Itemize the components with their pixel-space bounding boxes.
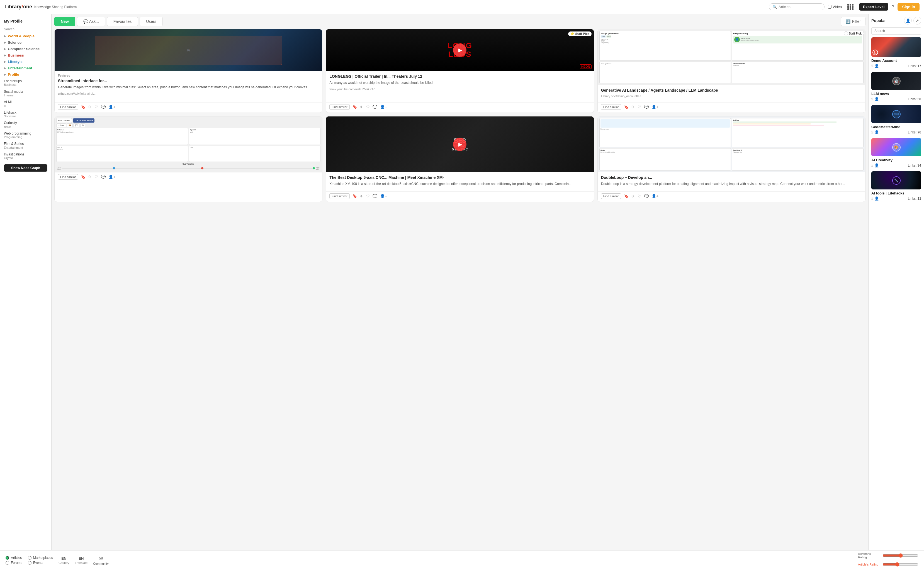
help-button[interactable]: ? xyxy=(892,5,894,9)
comment-icon[interactable]: 💬 xyxy=(101,105,106,109)
find-similar-button[interactable]: Find similar xyxy=(329,193,349,199)
find-similar-button[interactable]: Find similar xyxy=(58,174,78,180)
tab-favourites[interactable]: Favourites xyxy=(107,17,138,26)
bookmark-icon[interactable]: 🔖 xyxy=(352,194,357,198)
heart-icon[interactable]: ♡ xyxy=(95,105,98,109)
share-icon[interactable]: ✈ xyxy=(360,105,363,109)
sidebar-tag-invastigations[interactable]: Invastigations Crypto xyxy=(0,151,51,162)
tab-users[interactable]: Users xyxy=(139,17,163,26)
info-icon[interactable]: ℹ xyxy=(871,196,873,201)
heart-icon[interactable]: ♡ xyxy=(637,194,641,198)
card-krita-body: Features Streamlined interface for... Ge… xyxy=(55,71,322,102)
user-icon[interactable]: 👤 xyxy=(874,163,879,167)
info-icon[interactable]: ℹ xyxy=(871,163,873,167)
share-icon[interactable]: ✈ xyxy=(88,175,92,179)
pop-demo-meta: ℹ 👤 Links: 17 xyxy=(871,64,921,68)
share-icon[interactable]: ✈ xyxy=(88,105,92,109)
comment-icon[interactable]: 💬 xyxy=(101,175,106,179)
sidebar-tag-lifehack[interactable]: Lifehack Software xyxy=(0,109,51,120)
sidebar-item-entertainment[interactable]: ▶ Entertainment xyxy=(0,65,51,71)
marketplaces-radio[interactable] xyxy=(28,556,32,560)
add-user-icon[interactable]: 👤+ xyxy=(380,105,387,109)
sidebar-item-lifestyle[interactable]: ▶ Lifestyle xyxy=(0,58,51,65)
forums-radio-label[interactable]: Forums xyxy=(6,561,22,565)
tab-ask[interactable]: 💬 Ask... xyxy=(77,17,105,26)
info-icon[interactable]: ℹ xyxy=(871,64,873,68)
add-user-icon[interactable]: 👤+ xyxy=(651,105,659,109)
user-icon[interactable]: 👤 xyxy=(874,64,879,68)
tab-new[interactable]: New xyxy=(54,17,75,26)
sidebar-tag-webprogramming[interactable]: Web programming Programming xyxy=(0,130,51,141)
global-search-bar[interactable]: 🔍 xyxy=(769,3,824,10)
bookmark-icon[interactable]: 🔖 xyxy=(81,175,86,179)
share-icon[interactable]: ✈ xyxy=(631,105,635,109)
bookmark-icon[interactable]: 🔖 xyxy=(81,105,86,109)
heart-icon[interactable]: ♡ xyxy=(637,105,641,109)
author-rating-slider[interactable] xyxy=(883,553,918,558)
play-button[interactable] xyxy=(453,43,466,57)
comment-icon[interactable]: 💬 xyxy=(372,194,377,198)
articles-radio-label[interactable]: Articles xyxy=(6,556,22,560)
filter-button[interactable]: ⬇️ Filter xyxy=(841,17,866,26)
sidebar-tag-aiml[interactable]: AI ML IT xyxy=(0,99,51,109)
find-similar-button[interactable]: Find similar xyxy=(329,104,349,110)
sidebar-tag-forstartups[interactable]: For startups Business xyxy=(0,78,51,88)
sidebar-item-profile[interactable]: ▶ Profile xyxy=(0,71,51,78)
global-search-input[interactable] xyxy=(778,5,812,9)
add-user-icon[interactable]: 👤+ xyxy=(109,105,115,109)
comment-icon[interactable]: 💬 xyxy=(372,105,377,109)
sidebar-item-science[interactable]: ▶ Science xyxy=(0,39,51,46)
heart-icon[interactable]: ♡ xyxy=(366,194,370,198)
article-rating-slider[interactable] xyxy=(883,562,918,567)
play-button-cnc[interactable] xyxy=(453,138,466,151)
add-user-icon[interactable]: 👤+ xyxy=(651,194,659,198)
heart-icon[interactable]: ♡ xyxy=(95,175,98,179)
community-block[interactable]: ✉ Community xyxy=(93,555,109,565)
find-similar-button[interactable]: Find similar xyxy=(58,104,78,110)
pop-llm-meta: ℹ 👤 Links: 58 xyxy=(871,97,921,101)
tag-name: Curiosity xyxy=(4,121,48,125)
heart-icon[interactable]: ♡ xyxy=(366,105,370,109)
user-icon[interactable]: 👤 xyxy=(874,97,879,101)
comment-icon[interactable]: 💬 xyxy=(644,105,649,109)
add-user-icon[interactable]: 👤+ xyxy=(380,194,387,198)
card-doubleloop-body: DoubleLoop – Develop an... DoubleLoop is… xyxy=(598,172,865,192)
bookmark-icon[interactable]: 🔖 xyxy=(624,105,629,109)
articles-label: Articles xyxy=(11,556,22,560)
expert-level-button[interactable]: Expert Level xyxy=(859,3,888,11)
sidebar-item-world-people[interactable]: ▶ World & People xyxy=(0,33,51,39)
bookmark-icon[interactable]: 🔖 xyxy=(624,194,629,198)
popular-share-icon-button[interactable]: ↗ xyxy=(913,17,921,25)
add-user-icon[interactable]: 👤+ xyxy=(109,175,115,179)
share-icon[interactable]: ✈ xyxy=(360,194,363,198)
info-icon[interactable]: ℹ xyxy=(871,97,873,101)
events-radio[interactable] xyxy=(28,561,32,565)
grid-view-icon[interactable] xyxy=(847,4,854,10)
sidebar-item-computer-science[interactable]: ▶ Computer Science xyxy=(0,46,51,52)
bookmark-icon[interactable]: 🔖 xyxy=(352,105,357,109)
forums-radio[interactable] xyxy=(6,561,9,565)
comment-icon[interactable]: 💬 xyxy=(644,194,649,198)
sidebar-tag-filmseries[interactable]: Film & Series Entertainment xyxy=(0,140,51,151)
signin-button[interactable]: Sign in xyxy=(898,3,919,11)
sidebar-tag-curiosity[interactable]: Curiosity Brain xyxy=(0,120,51,130)
articles-radio[interactable] xyxy=(6,556,9,560)
chevron-right-icon: ▶ xyxy=(4,73,6,76)
events-radio-label[interactable]: Events xyxy=(28,561,53,565)
show-node-graph-button[interactable]: Show Node Graph xyxy=(4,164,48,172)
video-checkbox-label[interactable]: Video xyxy=(828,5,842,9)
marketplaces-radio-label[interactable]: Marketplaces xyxy=(28,556,53,560)
share-icon[interactable]: ✈ xyxy=(631,194,635,198)
video-checkbox[interactable] xyxy=(828,5,832,9)
user-icon[interactable]: 👤 xyxy=(874,196,879,201)
logo-subtitle: Knowledge Sharing Platform xyxy=(34,5,77,9)
sidebar-tag-socialmedia[interactable]: Social media Internet xyxy=(0,88,51,99)
find-similar-button[interactable]: Find similar xyxy=(601,193,621,199)
find-similar-button[interactable]: Find similar xyxy=(601,104,621,110)
pop-thumb-llm: 🤖 xyxy=(871,72,921,90)
right-search-input[interactable] xyxy=(871,27,921,35)
sidebar-item-business[interactable]: ▶ Business xyxy=(0,52,51,58)
popular-user-icon-button[interactable]: 👤 xyxy=(904,17,912,25)
info-icon[interactable]: ℹ xyxy=(871,130,873,134)
user-icon[interactable]: 👤 xyxy=(874,130,879,134)
